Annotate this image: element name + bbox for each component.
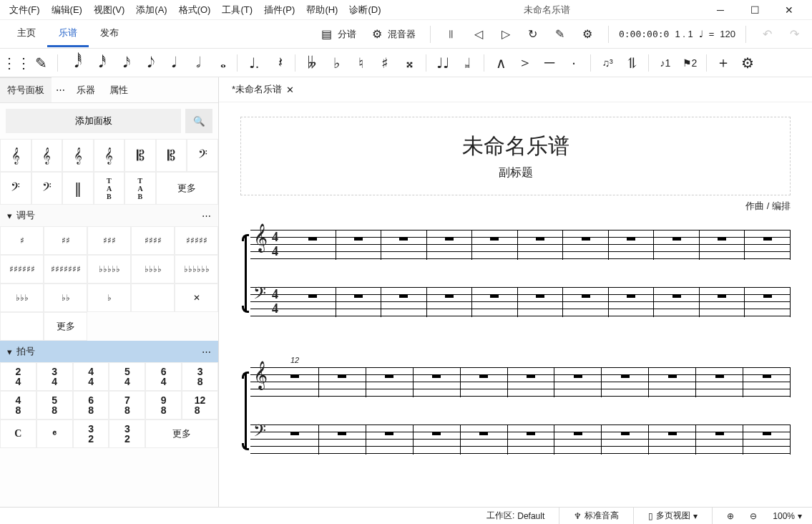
maximize-button[interactable]: ☐ <box>742 4 768 16</box>
keysig-cell[interactable] <box>0 312 44 341</box>
measure[interactable] <box>602 367 649 397</box>
timesig-cell[interactable]: 98 <box>145 391 182 419</box>
tab-score[interactable]: 乐谱 <box>47 21 89 47</box>
measure[interactable] <box>554 424 602 455</box>
sidebar-tab-properties[interactable]: 属性 <box>102 78 135 102</box>
natural-button[interactable]: ♮ <box>350 52 371 74</box>
timesig-cell[interactable]: 48 <box>0 391 36 419</box>
add-button[interactable]: ＋ <box>713 52 734 74</box>
menu-add[interactable]: 添加(A) <box>131 1 172 19</box>
measure[interactable] <box>696 424 743 455</box>
time-signature[interactable]: 44 <box>272 230 278 258</box>
close-tab-icon[interactable]: ✕ <box>286 84 294 95</box>
handle-icon[interactable]: ⋮⋮ <box>6 52 27 74</box>
accent-button[interactable]: ＞ <box>514 52 536 74</box>
measure[interactable] <box>508 367 555 397</box>
flip-button[interactable]: ⥮ <box>621 52 642 74</box>
note-32nd[interactable]: 𝅘𝅥𝅰 <box>88 52 109 74</box>
measure[interactable] <box>381 287 427 317</box>
measure[interactable] <box>743 424 791 455</box>
keysig-cell[interactable]: ♯♯♯ <box>87 226 131 255</box>
timesig-cell[interactable]: 34 <box>36 362 73 391</box>
search-button[interactable]: 🔍 <box>185 109 212 133</box>
clef-cell[interactable]: 𝄡 <box>156 139 187 172</box>
measure[interactable] <box>427 230 473 260</box>
clef-cell[interactable]: 𝄞 <box>31 139 63 172</box>
measure[interactable] <box>554 367 602 397</box>
clef-cell[interactable]: 𝄢 <box>0 172 31 205</box>
keysig-cell[interactable]: ♯ <box>0 226 44 255</box>
tie-button[interactable]: ♩♩ <box>432 52 454 74</box>
keysig-cell[interactable]: ♭♭♭ <box>0 283 44 312</box>
keysig-cell[interactable]: ♯♯♯♯♯♯♯ <box>44 255 87 283</box>
voice-2-button[interactable]: ⚑2 <box>679 52 700 74</box>
rest-button[interactable]: 𝄽 <box>268 52 289 74</box>
timesig-cell[interactable]: 54 <box>109 362 145 391</box>
sidebar-more[interactable]: ⋯ <box>52 84 69 95</box>
workspace-selector[interactable]: 工作区: Default <box>482 508 549 523</box>
measure[interactable] <box>609 230 655 260</box>
menu-tools[interactable]: 工具(T) <box>217 1 258 19</box>
timesig-cell[interactable]: 38 <box>182 362 218 391</box>
close-button[interactable]: ✕ <box>776 4 802 16</box>
menu-edit[interactable]: 编辑(E) <box>47 1 87 19</box>
timesig-cell[interactable]: 𝄴 <box>36 419 73 448</box>
note-half[interactable]: 𝅗𝅥 <box>185 52 207 74</box>
timesig-more[interactable]: 更多 <box>145 419 218 448</box>
measure[interactable] <box>700 287 745 317</box>
measure[interactable] <box>649 367 696 397</box>
clef-cell[interactable]: T A B <box>124 172 156 205</box>
measure[interactable] <box>336 287 382 317</box>
tuplet-button[interactable]: ♫³ <box>597 52 618 74</box>
score-title[interactable]: 未命名乐谱 <box>255 132 776 161</box>
keysig-cell[interactable]: ♯♯♯♯♯ <box>175 226 218 255</box>
loop-button[interactable]: ↻ <box>522 25 544 44</box>
timesig-header[interactable]: ▾ 拍号 ⋯ <box>0 341 218 362</box>
menu-diagnostics[interactable]: 诊断(D) <box>344 1 386 19</box>
timesig-cell[interactable]: C <box>0 419 36 448</box>
keysig-more-icon[interactable]: ⋯ <box>202 210 211 221</box>
undo-button[interactable]: ↶ <box>756 25 778 44</box>
staccato-button[interactable]: · <box>563 52 584 74</box>
mixer-button[interactable]: ⚙混音器 <box>366 25 420 44</box>
measure[interactable] <box>745 230 791 260</box>
flat-button[interactable]: ♭ <box>326 52 347 74</box>
measure[interactable] <box>743 367 791 397</box>
play-back-button[interactable]: ◁ <box>468 25 489 44</box>
measure[interactable] <box>472 287 518 317</box>
zoom-level[interactable]: 100% ▾ <box>768 510 806 523</box>
clef-cell[interactable]: 𝄞 <box>94 139 125 172</box>
document-tab[interactable]: *未命名乐谱 ✕ <box>226 80 300 99</box>
keysig-more[interactable]: 更多 <box>44 312 87 341</box>
dot-button[interactable]: ♩. <box>243 52 265 74</box>
measure[interactable] <box>414 424 461 455</box>
measure[interactable] <box>472 230 518 260</box>
score-subtitle[interactable]: 副标题 <box>255 165 776 180</box>
measure[interactable] <box>563 287 609 317</box>
measure[interactable] <box>461 367 508 397</box>
toolbar-settings-button[interactable]: ⚙ <box>737 52 758 74</box>
note-quarter[interactable]: 𝅘𝅥 <box>161 52 182 74</box>
menu-view[interactable]: 视图(V) <box>89 1 129 19</box>
score-canvas[interactable]: *未命名乐谱 ✕ 未命名乐谱 副标题 作曲 / 编排 𝄞44 𝄢44 <box>219 77 812 507</box>
timesig-cell[interactable]: 44 <box>73 362 109 391</box>
note-16th[interactable]: 𝅘𝅥𝅯 <box>112 52 134 74</box>
measure[interactable] <box>290 287 336 317</box>
measure[interactable] <box>654 287 700 317</box>
keysig-cell[interactable]: ♯♯♯♯ <box>131 226 175 255</box>
clefs-more[interactable]: 更多 <box>156 172 218 205</box>
keysig-cell[interactable] <box>131 283 175 312</box>
measure[interactable] <box>381 230 427 260</box>
staff-bass-1[interactable]: 𝄢44 <box>250 287 791 317</box>
clef-cell[interactable]: T A B <box>94 172 125 205</box>
view-mode-selector[interactable]: ▯ 多页视图 ▾ <box>644 508 702 523</box>
time-signature[interactable]: 44 <box>272 287 278 316</box>
menu-format[interactable]: 格式(O) <box>174 1 216 19</box>
measure[interactable] <box>518 287 564 317</box>
play-button[interactable]: ▷ <box>495 25 517 44</box>
keysig-cell[interactable]: ♭ <box>87 283 131 312</box>
measure[interactable] <box>508 424 555 455</box>
double-sharp-button[interactable]: 𝄪 <box>398 52 420 74</box>
measure[interactable] <box>649 424 696 455</box>
keysig-cell[interactable]: ♯♯ <box>44 226 87 255</box>
